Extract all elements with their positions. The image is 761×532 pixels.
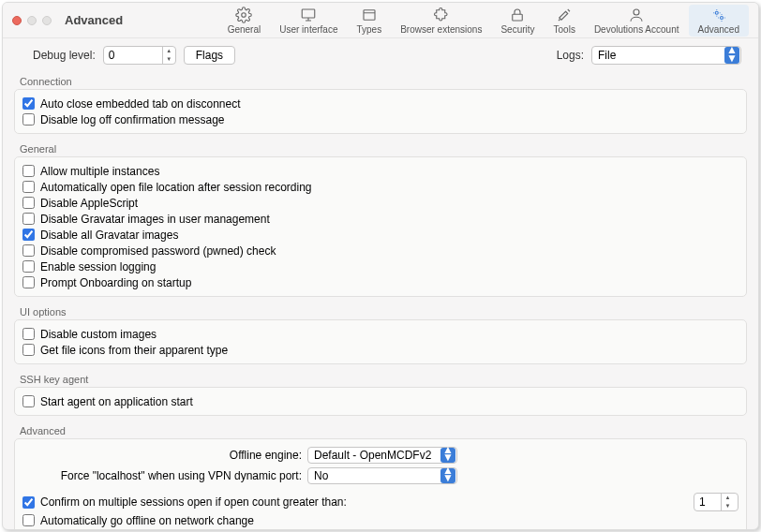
close-window-button[interactable] — [12, 16, 22, 25]
checkbox-label: Disable AppleScript — [40, 197, 138, 210]
titlebar: Advanced General User interface Types Br… — [3, 3, 758, 38]
updown-icon: ▲▼ — [724, 47, 739, 64]
updown-icon: ▲▼ — [440, 468, 455, 483]
lock-icon — [509, 7, 526, 23]
checkbox-auto-close[interactable] — [22, 97, 35, 110]
tab-tools[interactable]: Tools — [545, 5, 585, 37]
traffic-lights — [12, 16, 52, 25]
checkbox-label: Disable all Gravatar images — [40, 229, 178, 242]
section-title-advanced: Advanced — [14, 421, 747, 438]
force-localhost-label: Force "localhost" when using VPN dynamic… — [22, 469, 302, 482]
checkbox-label: Start agent on application start — [40, 395, 193, 408]
user-icon — [628, 7, 645, 23]
monitor-icon — [300, 7, 317, 23]
content-area: Debug level: ▲▼ Flags Logs: File ▲▼ Conn… — [3, 38, 758, 529]
checkbox-disable-applescript[interactable] — [22, 197, 35, 209]
checkbox-multiple-instances[interactable] — [22, 165, 35, 177]
section-general: Allow multiple instances Automatically o… — [14, 156, 747, 297]
tab-label: Tools — [554, 24, 575, 35]
checkbox-disable-custom-images[interactable] — [22, 328, 35, 340]
checkbox-label: Get file icons from their apparent type — [40, 344, 228, 357]
checkbox-label: Disable Gravatar images in user manageme… — [40, 213, 270, 226]
offline-engine-label: Offline engine: — [22, 449, 302, 462]
checkbox-label: Allow multiple instances — [40, 165, 159, 178]
toolbar-tabs: General User interface Types Browser ext… — [218, 5, 749, 37]
logs-select[interactable]: File ▲▼ — [591, 46, 741, 65]
checkbox-label: Automatically open file location after s… — [40, 181, 312, 194]
session-count-stepper[interactable]: ▲▼ — [694, 493, 739, 511]
tab-label: Types — [356, 24, 381, 35]
window-icon — [361, 7, 378, 23]
debug-level-label: Debug level: — [33, 49, 96, 62]
section-connection: Auto close embedded tab on disconnect Di… — [14, 89, 747, 134]
tab-label: General — [228, 24, 261, 35]
checkbox-prompt-onboarding[interactable] — [22, 276, 35, 288]
checkbox-apparent-type-icons[interactable] — [22, 344, 35, 356]
checkbox-label: Auto close embedded tab on disconnect — [40, 97, 240, 111]
tab-devolutions-account[interactable]: Devolutions Account — [585, 5, 689, 37]
section-advanced: Offline engine: Default - OpenMCDFv2 ▲▼ … — [14, 438, 747, 529]
zoom-window-button[interactable] — [42, 16, 52, 25]
tab-security[interactable]: Security — [491, 5, 544, 37]
stepper-down-icon[interactable]: ▼ — [722, 502, 734, 510]
svg-point-8 — [715, 11, 718, 14]
section-ui: Disable custom images Get file icons fro… — [14, 319, 747, 364]
checkbox-label: Automatically go offline on network chan… — [40, 514, 254, 527]
gears-icon — [710, 7, 727, 23]
logs-value: File — [592, 49, 724, 62]
checkbox-label: Disable log off confirmation message — [40, 113, 225, 126]
force-localhost-select[interactable]: No ▲▼ — [307, 467, 457, 484]
tab-browser-extensions[interactable]: Browser extensions — [391, 5, 491, 37]
section-ssh: Start agent on application start — [14, 387, 747, 416]
minimize-window-button[interactable] — [27, 16, 37, 25]
puzzle-icon — [433, 7, 450, 23]
checkbox-auto-offline[interactable] — [22, 514, 35, 526]
tab-label: Security — [500, 24, 534, 35]
offline-engine-select[interactable]: Default - OpenMCDFv2 ▲▼ — [307, 447, 457, 464]
section-title-ssh: SSH key agent — [14, 370, 747, 387]
svg-rect-1 — [303, 9, 316, 18]
checkbox-disable-pwned[interactable] — [22, 244, 35, 257]
tab-label: Browser extensions — [400, 24, 482, 35]
checkbox-disable-logoff[interactable] — [22, 113, 35, 126]
force-localhost-value: No — [308, 469, 440, 482]
preferences-window: Advanced General User interface Types Br… — [2, 2, 759, 530]
checkbox-label: Enable session logging — [40, 260, 156, 273]
checkbox-session-logging[interactable] — [22, 260, 35, 273]
checkbox-confirm-sessions[interactable] — [22, 496, 35, 509]
updown-icon: ▲▼ — [440, 448, 455, 463]
tab-user-interface[interactable]: User interface — [270, 5, 347, 37]
stepper-down-icon[interactable]: ▼ — [163, 55, 175, 64]
stepper-up-icon[interactable]: ▲ — [722, 494, 734, 502]
flags-button[interactable]: Flags — [184, 46, 235, 65]
logs-label: Logs: — [557, 49, 584, 62]
stepper-up-icon[interactable]: ▲ — [163, 47, 175, 55]
tab-advanced[interactable]: Advanced — [689, 5, 749, 37]
checkbox-disable-all-gravatar[interactable] — [22, 229, 35, 241]
tab-types[interactable]: Types — [347, 5, 391, 37]
tab-label: User interface — [279, 24, 337, 35]
debug-level-stepper[interactable]: ▲▼ — [103, 46, 176, 65]
section-title-connection: Connection — [14, 72, 747, 89]
gear-icon — [235, 7, 252, 23]
checkbox-label: Confirm on multiple sessions open if ope… — [40, 495, 347, 509]
svg-point-7 — [634, 9, 639, 15]
svg-rect-4 — [364, 9, 375, 20]
offline-engine-value: Default - OpenMCDFv2 — [308, 449, 440, 462]
debug-level-input[interactable] — [104, 49, 162, 62]
section-title-general: General — [14, 140, 747, 156]
tab-label: Advanced — [698, 24, 739, 35]
tab-general[interactable]: General — [218, 5, 271, 37]
checkbox-label: Disable compromised password (pwned) che… — [40, 244, 276, 258]
tab-label: Devolutions Account — [594, 24, 679, 35]
checkbox-open-file-location[interactable] — [22, 181, 35, 193]
checkbox-label: Disable custom images — [40, 328, 157, 341]
checkbox-disable-gravatar-usermgmt[interactable] — [22, 213, 35, 225]
session-count-input[interactable] — [694, 495, 721, 509]
checkbox-label: Prompt Onboarding on startup — [40, 276, 191, 289]
svg-point-9 — [720, 16, 723, 19]
checkbox-start-agent[interactable] — [22, 395, 35, 407]
svg-rect-6 — [513, 14, 523, 21]
tools-icon — [556, 7, 573, 23]
window-title: Advanced — [65, 13, 123, 27]
